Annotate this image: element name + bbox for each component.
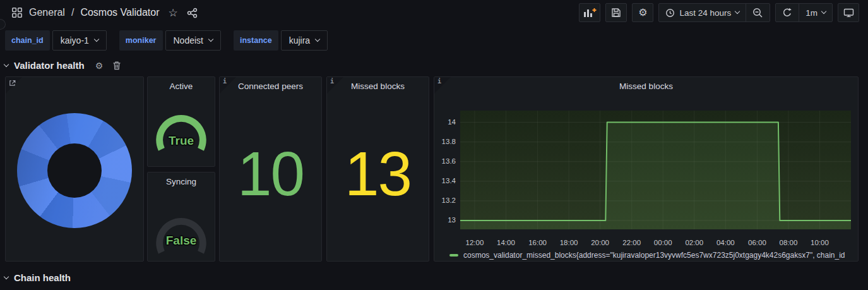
x-tick-label: 04:00 [710, 239, 740, 246]
panel-title[interactable]: Active [148, 77, 215, 95]
x-tick-label: 16:00 [523, 239, 553, 246]
share-icon[interactable] [187, 8, 198, 18]
x-tick-label: 20:00 [585, 239, 615, 246]
panel-title[interactable]: Missed blocks [434, 77, 858, 95]
top-nav: General / Cosmos Validator ☆ ⚙ [0, 0, 868, 25]
save-dashboard-button[interactable] [605, 3, 627, 22]
info-icon[interactable]: i [434, 77, 451, 94]
variable-moniker-label[interactable]: moniker [119, 30, 163, 51]
breadcrumb-separator: / [71, 7, 74, 18]
variable-chain-id-label[interactable]: chain_id [5, 30, 50, 51]
variable-chain-id: chain_id kaiyo-1 [5, 30, 107, 51]
variable-instance: instance kujira [234, 30, 328, 51]
variable-moniker: moniker Nodeist [119, 30, 221, 51]
add-panel-button[interactable] [579, 3, 600, 22]
legend-swatch [449, 254, 458, 257]
time-range-picker[interactable]: Last 24 hours [659, 4, 746, 21]
stat-value: 10 [220, 77, 321, 261]
chevron-down-icon [4, 274, 9, 279]
time-picker-group: Last 24 hours [658, 3, 770, 22]
x-tick-label: 08:00 [773, 239, 804, 246]
variable-chain-id-value[interactable]: kaiyo-1 [52, 30, 107, 51]
panel-missed-blocks-chart: i Missed blocks 1313.213.413.613.814 12:… [434, 76, 859, 262]
chevron-down-icon [94, 37, 99, 42]
panel-title[interactable]: Syncing [148, 172, 215, 190]
row-validator-health[interactable]: Validator health ⚙ [4, 60, 868, 71]
chevron-down-icon [315, 37, 320, 42]
x-tick-label: 00:00 [648, 239, 678, 246]
dashboards-icon[interactable] [11, 7, 23, 18]
refresh-button[interactable] [776, 4, 799, 21]
chevron-down-icon [208, 37, 213, 42]
y-tick-label: 13.6 [434, 157, 456, 165]
dashboard-grid: Active True Syncing False i Connected pe… [0, 76, 868, 262]
stat-value: 13 [327, 77, 429, 261]
row-title[interactable]: Validator health [14, 60, 85, 71]
chevron-down-icon [4, 62, 9, 67]
y-tick-label: 13 [434, 216, 456, 224]
gauge-value: True [148, 134, 215, 148]
panel-active: Active True [147, 76, 215, 167]
chevron-down-icon [821, 9, 826, 14]
x-tick-label: 06:00 [742, 239, 772, 246]
zoom-out-button[interactable] [746, 4, 770, 21]
row-settings-icon[interactable]: ⚙ [95, 61, 104, 70]
x-tick-label: 22:00 [617, 239, 647, 246]
variable-instance-value[interactable]: kujira [281, 30, 328, 51]
x-tick-label: 18:00 [554, 239, 584, 246]
time-series-plot[interactable] [460, 111, 851, 229]
x-tick-label: 10:00 [804, 239, 835, 246]
breadcrumb: General / Cosmos Validator ☆ [9, 7, 198, 18]
external-link-icon[interactable] [6, 77, 22, 94]
x-tick-label: 14:00 [490, 239, 521, 246]
gauge-value: False [148, 234, 215, 248]
variable-moniker-value[interactable]: Nodeist [165, 30, 221, 51]
legend-item[interactable]: cosmos_validator_missed_blocks{address="… [449, 251, 853, 260]
variable-instance-label[interactable]: instance [234, 30, 278, 51]
refresh-interval-picker[interactable]: 1m [799, 4, 832, 21]
x-tick-label: 02:00 [679, 239, 710, 246]
time-range-label: Last 24 hours [679, 8, 731, 18]
y-tick-label: 14 [434, 118, 456, 126]
star-icon[interactable]: ☆ [168, 8, 177, 18]
dashboard-settings-button[interactable]: ⚙ [632, 3, 653, 22]
row-chain-health[interactable]: Chain health [4, 272, 868, 283]
panel-pie [5, 76, 144, 262]
y-tick-label: 13.2 [434, 196, 456, 204]
panel-missed-blocks-stat: i Missed blocks 13 [326, 76, 429, 262]
tv-mode-button[interactable] [838, 3, 859, 22]
x-tick-label: 12:00 [460, 239, 490, 246]
pie-chart[interactable] [17, 113, 132, 228]
dashboard-toolbar: ⚙ Last 24 hours [579, 3, 859, 22]
refresh-interval-label: 1m [806, 8, 817, 18]
panel-connected-peers: i Connected peers 10 [219, 76, 322, 262]
y-tick-label: 13.8 [434, 138, 456, 145]
template-variables: chain_id kaiyo-1 moniker Nodeist instanc… [5, 30, 868, 51]
y-tick-label: 13.4 [434, 177, 456, 184]
breadcrumb-section[interactable]: General [29, 7, 65, 18]
page-title: Cosmos Validator [80, 7, 159, 18]
row-title[interactable]: Chain health [14, 272, 71, 283]
legend-label: cosmos_validator_missed_blocks{address="… [463, 251, 845, 260]
panel-syncing: Syncing False [147, 172, 215, 262]
row-delete-icon[interactable] [112, 61, 121, 70]
refresh-group: 1m [775, 3, 833, 22]
chevron-down-icon [735, 9, 740, 14]
